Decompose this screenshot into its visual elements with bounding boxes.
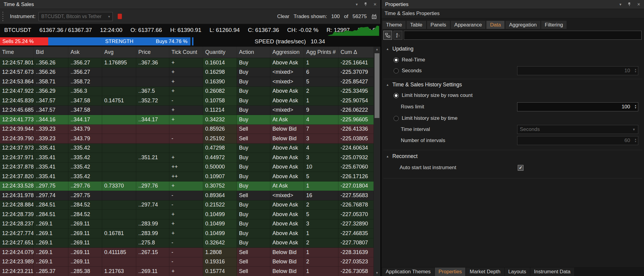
- close-icon[interactable]: ✕: [373, 2, 377, 6]
- tab-properties[interactable]: Properties: [435, 268, 465, 276]
- real-time-radio[interactable]: [394, 57, 399, 63]
- seconds-input[interactable]: 10 ▲▼: [517, 66, 638, 75]
- scroll-down-icon[interactable]: ▼: [374, 270, 380, 275]
- panel-menu-icon[interactable]: ▾: [620, 2, 622, 6]
- tab-data[interactable]: Data: [486, 21, 504, 29]
- section-reconnect[interactable]: ▲ Reconnect: [382, 152, 644, 160]
- panel-menu-icon[interactable]: ▾: [356, 2, 358, 6]
- table-row[interactable]: 12:24:45.685..347.57..347.58+0.11214Buy<…: [0, 106, 374, 115]
- tab-market-depth[interactable]: Market Depth: [466, 268, 504, 276]
- table-row[interactable]: 12:24:57.801..356.26..356.271.176895..36…: [0, 58, 374, 68]
- cell-cum: -225.96605: [338, 115, 374, 125]
- tab-layouts[interactable]: Layouts: [505, 268, 530, 276]
- cell-cum: -226.73058: [338, 267, 374, 276]
- basket-icon[interactable]: [371, 14, 377, 20]
- table-row[interactable]: 12:24:39.790..339.23..343.79-0.25192Sell…: [0, 134, 374, 144]
- column-header-cum[interactable]: Cum Δ: [338, 47, 374, 58]
- cell-tick: +: [169, 229, 203, 238]
- strength-sells: Sells 25.24 %: [0, 37, 48, 45]
- column-header-ask[interactable]: Ask: [68, 47, 102, 58]
- table-row[interactable]: 12:24:37.878..335.41..335.42++0.50000Buy…: [0, 163, 374, 172]
- table-row[interactable]: 12:24:41.773..344.16..344.17..344.17+0.3…: [0, 115, 374, 125]
- table-row[interactable]: 12:24:37.820..335.41..335.42++0.10907Buy…: [0, 172, 374, 181]
- column-header-action[interactable]: Action: [237, 47, 270, 58]
- strength-bar: Sells 25.24 % STRENGTH Buys 74.76 %: [0, 37, 190, 45]
- cell-avg: 1.176895: [102, 58, 136, 68]
- cell-qty: 0.32642: [203, 238, 237, 248]
- tab-table[interactable]: Table: [407, 21, 426, 29]
- cell-action: Buy: [237, 210, 270, 219]
- drag-grip-icon[interactable]: [2, 12, 3, 21]
- cell-action: Sell: [237, 257, 270, 267]
- table-row[interactable]: 12:24:23.989..269.1..269.11-0.19316SellB…: [0, 257, 374, 267]
- cell-action: Buy: [237, 238, 270, 248]
- column-header-avg[interactable]: Avg: [102, 47, 136, 58]
- table-row[interactable]: 12:24:39.944..339.23..343.790.85926SellB…: [0, 125, 374, 134]
- cell-qty: 0.10499: [203, 229, 237, 238]
- categorized-view-button[interactable]: [383, 31, 392, 40]
- tab-panels[interactable]: Panels: [427, 21, 450, 29]
- section-updating[interactable]: ▲ Updating: [382, 45, 644, 53]
- time-interval-select[interactable]: Seconds ▼: [517, 125, 638, 134]
- table-row[interactable]: 12:24:28.739..284.51..284.52+0.10499BuyA…: [0, 210, 374, 219]
- pin-icon[interactable]: [364, 2, 367, 7]
- cell-cum: -227.01804: [338, 181, 374, 191]
- rows-limit-input[interactable]: 100 ▲▼: [517, 102, 638, 111]
- instrument-select[interactable]: BTCUSDT, Bitcoin vs Tether ▾: [39, 12, 113, 21]
- table-row[interactable]: 12:24:27.651..269.1..269.11..275.8-0.326…: [0, 238, 374, 248]
- table-row[interactable]: 12:24:47.922..356.29..356.3..367.5+0.260…: [0, 87, 374, 96]
- table-row[interactable]: 12:24:23.211..285.37..285.381.21763..269…: [0, 267, 374, 276]
- scroll-up-icon[interactable]: ▲: [374, 47, 380, 52]
- cell-price: ..297.76: [136, 181, 169, 191]
- cell-price: ..351.21: [136, 153, 169, 163]
- property-search-input[interactable]: [404, 31, 642, 40]
- quote-field: 12:24:00: [100, 27, 122, 33]
- alphabetical-sort-button[interactable]: AZ↓: [394, 31, 402, 40]
- tab-aggregation[interactable]: Aggregation: [505, 21, 540, 29]
- column-header-price[interactable]: Price: [136, 47, 169, 58]
- cell-bid: ..297.75: [34, 181, 68, 191]
- instrument-state-button[interactable]: [118, 14, 122, 19]
- tab-filtering[interactable]: Filtering: [541, 21, 567, 29]
- spinner-icon[interactable]: ▲▼: [634, 137, 637, 144]
- spinner-icon[interactable]: ▲▼: [634, 103, 637, 110]
- table-row[interactable]: 12:24:24.079..269.1..269.110.411185..267…: [0, 248, 374, 257]
- table-row[interactable]: 12:24:31.978..297.74..297.75-0.89364Sell…: [0, 191, 374, 200]
- table-scrollbar[interactable]: ▲ ▼: [374, 47, 380, 276]
- table-row[interactable]: 12:24:37.973..335.41..335.420.47298BuyAb…: [0, 144, 374, 153]
- pin-icon[interactable]: [627, 2, 631, 7]
- column-header-tick[interactable]: Tick Count: [169, 47, 203, 58]
- table-row[interactable]: 12:24:33.528..297.75..297.760.73370..297…: [0, 181, 374, 191]
- cell-prints: 7: [304, 125, 338, 134]
- table-row[interactable]: 12:24:45.839..347.57..347.580.14751..352…: [0, 96, 374, 106]
- scrollbar-thumb[interactable]: [375, 53, 379, 118]
- close-icon[interactable]: ✕: [637, 2, 640, 6]
- table-row[interactable]: 12:24:37.971..335.41..335.42..351.21+0.4…: [0, 153, 374, 163]
- table-row[interactable]: 12:24:53.864..358.71..358.72+0.16390Buy<…: [0, 77, 374, 87]
- column-header-aggr[interactable]: Aggression: [270, 47, 304, 58]
- auto-start-checkbox[interactable]: ✓: [518, 165, 523, 171]
- limit-time-radio[interactable]: [394, 116, 399, 121]
- seconds-radio[interactable]: [394, 68, 399, 73]
- clear-button[interactable]: Clear: [277, 14, 290, 20]
- section-history[interactable]: ▲ Time & Sales History Settings: [382, 80, 644, 89]
- tab-theme[interactable]: Theme: [382, 21, 406, 29]
- num-intervals-input[interactable]: 60 ▲▼: [517, 136, 638, 145]
- quote-fields: BTCUSDT61367.36 / 61367.3712:24:00O: 613…: [4, 27, 376, 33]
- cell-action: Buy: [237, 153, 270, 163]
- table-row[interactable]: 12:24:28.237..269.1..269.11..283.99+0.10…: [0, 219, 374, 229]
- table-row[interactable]: 12:24:57.673..356.26..356.27+0.16298Buy<…: [0, 68, 374, 77]
- column-header-qty[interactable]: Quantity: [203, 47, 237, 58]
- table-row[interactable]: 12:24:27.774..269.1..269.110.16781..283.…: [0, 229, 374, 238]
- column-header-time[interactable]: Time: [0, 47, 34, 58]
- column-header-prints[interactable]: Agg Prints #: [304, 47, 338, 58]
- tab-application-themes[interactable]: Application Themes: [382, 268, 434, 276]
- limit-rows-radio[interactable]: [394, 93, 399, 98]
- table-row[interactable]: 12:24:28.884..284.51..284.52..297.74-0.2…: [0, 200, 374, 210]
- column-header-bid[interactable]: Bid: [34, 47, 68, 58]
- cell-ask: ..356.27: [68, 58, 102, 68]
- cell-ask: ..285.38: [68, 267, 102, 276]
- spinner-icon[interactable]: ▲▼: [634, 67, 637, 74]
- tab-appearance[interactable]: Appearance: [451, 21, 486, 29]
- tab-instrument-data[interactable]: Instrument Data: [530, 268, 574, 276]
